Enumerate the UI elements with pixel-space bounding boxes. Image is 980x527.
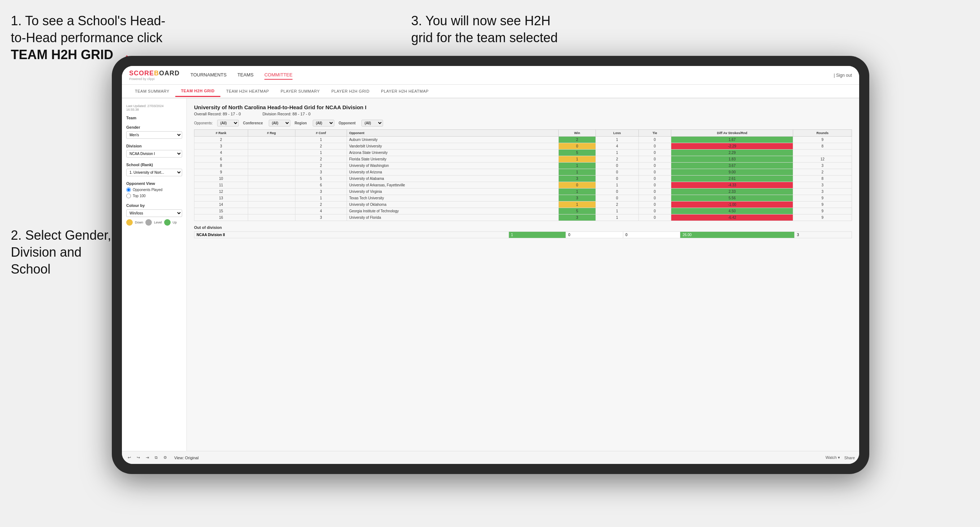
cell-reg: [248, 195, 295, 202]
gender-select[interactable]: Men's: [126, 131, 182, 139]
sign-out[interactable]: | Sign out: [834, 73, 852, 78]
opponents-filter-select[interactable]: (All): [217, 120, 239, 127]
colour-swatches: Down Level Up: [126, 219, 182, 225]
region-filter-select[interactable]: (All): [313, 120, 334, 127]
division-select[interactable]: NCAA Division I: [126, 150, 182, 157]
cell-loss: 1: [595, 214, 638, 221]
forward-btn[interactable]: ⇥: [144, 454, 150, 461]
cell-tie: 0: [638, 195, 671, 202]
cell-rank: 2: [194, 137, 248, 143]
table-row: 9 3 University of Arizona 1 0 0 9.00 2: [194, 169, 852, 176]
out-div-division: NCAA Division II: [194, 232, 509, 238]
cell-conf: 3: [295, 169, 347, 176]
cell-rank: 14: [194, 202, 248, 208]
school-select[interactable]: 1. University of Nort...: [126, 169, 182, 176]
subnav-team-h2h-heatmap[interactable]: TEAM H2H HEATMAP: [220, 86, 275, 96]
opponent-filter-select[interactable]: (All): [361, 120, 383, 127]
cell-tie: 0: [638, 143, 671, 149]
cell-conf: 4: [295, 208, 347, 214]
step1-line2: to-Head performance click: [11, 30, 162, 45]
table-row: 6 2 Florida State University 1 2 0 1.83 …: [194, 156, 852, 163]
settings-btn[interactable]: ⚙: [162, 454, 169, 461]
undo-btn[interactable]: ↩: [126, 454, 132, 461]
cell-diff: 1.83: [671, 156, 793, 163]
cell-opponent: Florida State University: [347, 156, 558, 163]
cell-tie: 0: [638, 169, 671, 176]
cell-win: 3: [559, 195, 596, 202]
gender-label: Gender: [126, 125, 182, 129]
cell-tie: 0: [638, 202, 671, 208]
cell-rank: 9: [194, 169, 248, 176]
cell-rounds: 3: [793, 163, 852, 169]
cell-conf: 2: [295, 156, 347, 163]
cell-rounds: 3: [793, 189, 852, 195]
cell-opponent: Texas Tech University: [347, 195, 558, 202]
cell-rounds: 8: [793, 143, 852, 149]
nav-teams[interactable]: TEAMS: [237, 71, 254, 80]
col-rank: # Rank: [194, 130, 248, 137]
tablet-shell: SCOREBOARD Powered by clippi TOURNAMENTS…: [112, 56, 869, 474]
cell-rounds: 9: [793, 137, 852, 143]
subnav-player-summary[interactable]: PLAYER SUMMARY: [275, 86, 326, 96]
colour-by-select[interactable]: Win/loss: [126, 210, 182, 217]
nav-tournaments[interactable]: TOURNAMENTS: [191, 71, 226, 80]
toolbar-right: Watch ▾ Share: [826, 455, 855, 460]
cell-diff: 1.67: [671, 137, 793, 143]
col-reg: # Reg: [248, 130, 295, 137]
cell-opponent: University of Washington: [347, 163, 558, 169]
cell-opponent: University of Virginia: [347, 189, 558, 195]
cell-win: 1: [559, 202, 596, 208]
subnav-team-h2h-grid[interactable]: TEAM H2H GRID: [175, 86, 220, 97]
cell-reg: [248, 137, 295, 143]
swatch-down-label: Down: [135, 221, 143, 224]
cell-rank: 16: [194, 214, 248, 221]
nav-committee[interactable]: COMMITTEE: [264, 71, 293, 80]
copy-btn[interactable]: ⧉: [153, 454, 159, 461]
cell-win: 1: [559, 163, 596, 169]
cell-win: 5: [559, 208, 596, 214]
cell-loss: 1: [595, 149, 638, 156]
cell-win: 0: [559, 143, 596, 149]
cell-win: 1: [559, 169, 596, 176]
cell-rounds: 9: [793, 202, 852, 208]
cell-loss: 0: [595, 176, 638, 182]
grid-title: University of North Carolina Head-to-Hea…: [194, 104, 852, 110]
record-row: Overall Record: 89 - 17 - 0 Division Rec…: [194, 112, 852, 116]
conference-filter-select[interactable]: (All): [269, 120, 290, 127]
cell-diff: 9.00: [671, 169, 793, 176]
cell-rounds: [793, 149, 852, 156]
h2h-table: # Rank # Reg # Conf Opponent Win Loss Ti…: [194, 129, 852, 221]
sidebar-division-section: Division NCAA Division I: [126, 144, 182, 157]
step2-annotation: 2. Select Gender, Division and School: [11, 227, 111, 278]
subnav-team-summary[interactable]: TEAM SUMMARY: [129, 86, 175, 96]
col-win: Win: [559, 130, 596, 137]
out-div-win: 1: [509, 232, 566, 238]
col-loss: Loss: [595, 130, 638, 137]
cell-conf: 6: [295, 182, 347, 189]
logo-text: SCOREBOARD: [129, 70, 180, 77]
cell-conf: 2: [295, 143, 347, 149]
cell-reg: [248, 169, 295, 176]
step2-line2: Division and: [11, 245, 81, 260]
cell-rank: 6: [194, 156, 248, 163]
watch-btn[interactable]: Watch ▾: [826, 455, 840, 460]
filter-row: Opponents: (All) Conference (All) Region…: [194, 120, 852, 127]
step2-line3: School: [11, 262, 51, 276]
data-area: University of North Carolina Head-to-Hea…: [187, 98, 859, 451]
redo-btn[interactable]: ↪: [135, 454, 142, 461]
radio-opponents-played[interactable]: Opponents Played: [126, 187, 182, 192]
sidebar-gender-section: Gender Men's: [126, 125, 182, 139]
swatch-up-label: Up: [173, 221, 177, 224]
cell-rank: 3: [194, 143, 248, 149]
radio-top100[interactable]: Top 100: [126, 194, 182, 198]
cell-win: 2: [559, 137, 596, 143]
colour-by-label: Colour by: [126, 203, 182, 208]
cell-rank: 8: [194, 163, 248, 169]
cell-rounds: 2: [793, 169, 852, 176]
subnav-player-h2h-grid[interactable]: PLAYER H2H GRID: [326, 86, 375, 96]
step3-annotation: 3. You will now see H2H grid for the tea…: [411, 13, 558, 46]
share-btn[interactable]: Share: [845, 456, 855, 460]
cell-diff: -1.00: [671, 202, 793, 208]
subnav-player-h2h-heatmap[interactable]: PLAYER H2H HEATMAP: [375, 86, 434, 96]
logo-area: SCOREBOARD Powered by clippi: [129, 70, 180, 81]
